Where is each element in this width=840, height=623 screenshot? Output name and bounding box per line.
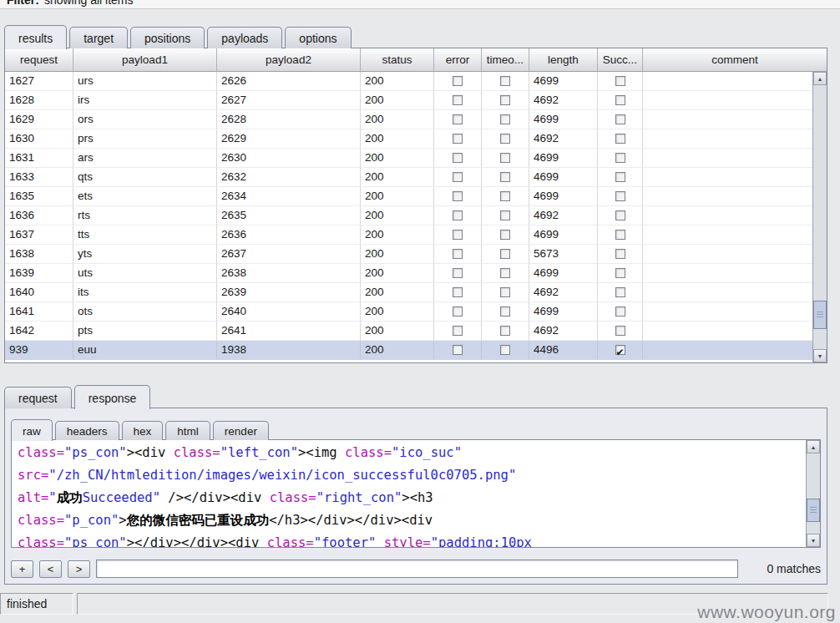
- column-header-comment[interactable]: comment: [643, 48, 827, 71]
- timeout-checkbox[interactable]: [500, 230, 510, 240]
- success-checkbox[interactable]: [615, 230, 625, 240]
- success-checkbox[interactable]: [615, 191, 625, 201]
- timeout-checkbox[interactable]: [500, 306, 510, 317]
- error-checkbox[interactable]: [453, 153, 463, 163]
- response-raw-text[interactable]: class="ps_con"><div class="left_con"><im…: [12, 440, 806, 547]
- timeout-checkbox[interactable]: [500, 191, 510, 201]
- error-checkbox[interactable]: [453, 249, 463, 259]
- table-row[interactable]: 1628irs26272004692: [5, 91, 812, 110]
- timeout-checkbox[interactable]: [500, 134, 510, 144]
- success-checkbox[interactable]: [615, 249, 625, 259]
- scrollbar-thumb[interactable]: [813, 301, 827, 329]
- error-checkbox[interactable]: [453, 191, 463, 201]
- success-checkbox[interactable]: [615, 345, 625, 355]
- timeout-checkbox[interactable]: [500, 172, 510, 182]
- error-checkbox[interactable]: [453, 172, 463, 182]
- column-header-status[interactable]: status: [361, 48, 434, 71]
- timeout-checkbox[interactable]: [500, 287, 510, 297]
- tab-render[interactable]: render: [213, 421, 269, 440]
- response-scroll-up-button[interactable]: ▲: [807, 440, 820, 453]
- response-scroll-down-button[interactable]: ▼: [807, 534, 820, 547]
- column-header-error[interactable]: error: [434, 48, 482, 71]
- column-header-payload1[interactable]: payload1: [73, 48, 217, 71]
- response-scrollbar-thumb[interactable]: [807, 499, 820, 522]
- tab-html[interactable]: html: [165, 421, 210, 440]
- table-row[interactable]: 1630prs26292004692: [5, 129, 812, 149]
- table-row[interactable]: 1641ots26402004699: [5, 302, 812, 322]
- success-checkbox[interactable]: [615, 114, 625, 124]
- response-scrollbar[interactable]: ▲ ▼: [806, 440, 820, 547]
- table-row[interactable]: 1631ars26302004699: [5, 149, 812, 168]
- column-header-timeout[interactable]: timeo...: [482, 48, 529, 71]
- tab-results[interactable]: results: [4, 25, 67, 49]
- tab-response[interactable]: response: [74, 385, 151, 409]
- error-checkbox[interactable]: [453, 345, 463, 355]
- table-row[interactable]: 1637tts26362004699: [5, 225, 812, 245]
- timeout-checkbox[interactable]: [500, 210, 510, 220]
- table-row[interactable]: 1636rts26352004692: [5, 206, 812, 225]
- success-checkbox[interactable]: [615, 134, 625, 144]
- success-checkbox[interactable]: [615, 287, 625, 297]
- table-row[interactable]: 1639uts26382004699: [5, 264, 812, 283]
- cell-comment: [643, 225, 812, 245]
- success-checkbox[interactable]: [615, 306, 625, 317]
- table-row[interactable]: 1638yts26372005673: [5, 245, 812, 264]
- success-checkbox[interactable]: [615, 95, 625, 105]
- table-row[interactable]: 1635ets26342004699: [5, 187, 812, 206]
- cell-payload2: 2636: [217, 225, 361, 245]
- tab-payloads[interactable]: payloads: [207, 27, 282, 48]
- column-header-length[interactable]: length: [529, 48, 598, 71]
- tab-positions[interactable]: positions: [130, 27, 205, 48]
- column-header-payload2[interactable]: payload2: [217, 48, 361, 71]
- cell-status: 200: [361, 206, 434, 225]
- tab-raw[interactable]: raw: [11, 419, 53, 441]
- error-checkbox[interactable]: [453, 210, 463, 220]
- table-row[interactable]: 1633qts26322004699: [5, 168, 812, 187]
- next-match-button[interactable]: >: [68, 560, 90, 578]
- error-checkbox[interactable]: [453, 76, 463, 86]
- error-checkbox[interactable]: [453, 95, 463, 105]
- table-row[interactable]: 1642pts26412004692: [5, 322, 812, 341]
- cell-comment: [643, 341, 812, 360]
- tab-hex[interactable]: hex: [122, 421, 164, 440]
- error-checkbox[interactable]: [453, 114, 463, 124]
- tab-options[interactable]: options: [285, 27, 351, 48]
- tab-target[interactable]: target: [69, 27, 128, 48]
- timeout-checkbox[interactable]: [500, 114, 510, 124]
- cell-comment: [643, 302, 812, 322]
- success-checkbox[interactable]: [615, 268, 625, 278]
- scroll-down-button[interactable]: ▼: [813, 349, 827, 362]
- timeout-checkbox[interactable]: [500, 153, 510, 163]
- success-checkbox[interactable]: [615, 76, 625, 86]
- error-checkbox[interactable]: [453, 134, 463, 144]
- success-checkbox[interactable]: [615, 210, 625, 220]
- scroll-up-button[interactable]: ▲: [813, 72, 827, 85]
- table-row[interactable]: 939euu19382004496: [5, 341, 812, 360]
- table-row[interactable]: 1629ors26282004699: [5, 110, 812, 129]
- search-input[interactable]: [96, 560, 738, 578]
- table-row[interactable]: 1627urs26262004699: [5, 72, 812, 91]
- error-checkbox[interactable]: [453, 326, 463, 336]
- timeout-checkbox[interactable]: [500, 345, 510, 355]
- table-row[interactable]: 1640its26392004692: [5, 283, 812, 302]
- timeout-checkbox[interactable]: [500, 268, 510, 278]
- error-checkbox[interactable]: [453, 287, 463, 297]
- error-checkbox[interactable]: [453, 230, 463, 240]
- success-checkbox[interactable]: [615, 172, 625, 182]
- add-search-button[interactable]: +: [11, 560, 33, 578]
- prev-match-button[interactable]: <: [39, 560, 62, 578]
- timeout-checkbox[interactable]: [500, 249, 510, 259]
- timeout-checkbox[interactable]: [500, 76, 510, 86]
- timeout-checkbox[interactable]: [500, 95, 510, 105]
- main-tab-bar: results target positions payloads option…: [4, 23, 354, 48]
- column-header-success[interactable]: Succ...: [598, 48, 643, 71]
- error-checkbox[interactable]: [453, 306, 463, 317]
- column-header-request[interactable]: request: [5, 48, 73, 71]
- tab-headers[interactable]: headers: [55, 421, 119, 440]
- tab-request[interactable]: request: [4, 387, 72, 408]
- table-scrollbar[interactable]: ▲ ▼: [812, 72, 827, 362]
- error-checkbox[interactable]: [453, 268, 463, 278]
- success-checkbox[interactable]: [615, 326, 625, 336]
- success-checkbox[interactable]: [615, 153, 625, 163]
- timeout-checkbox[interactable]: [500, 326, 510, 336]
